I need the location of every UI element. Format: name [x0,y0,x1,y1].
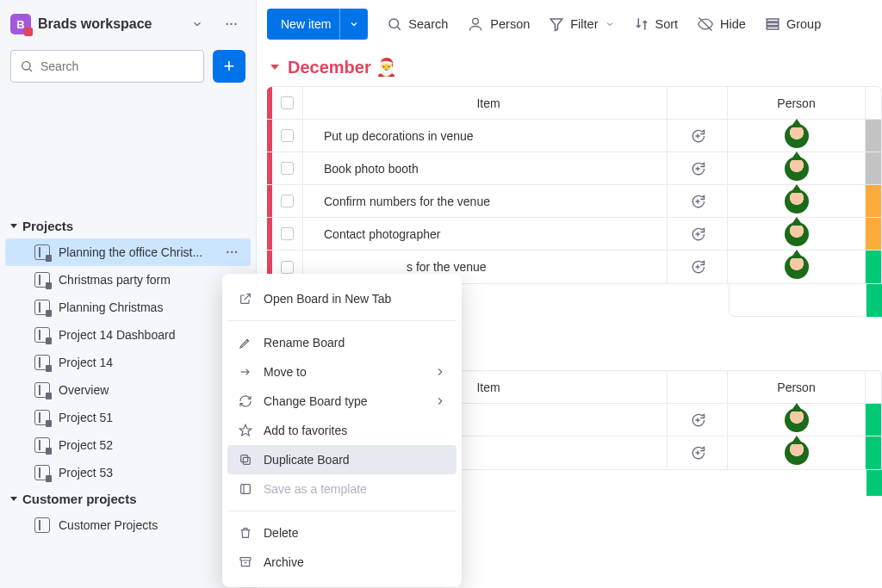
ctx-label: Open Board in New Tab [264,292,391,306]
section-projects[interactable]: Projects [0,214,256,238]
svg-rect-27 [241,455,248,462]
person-cell[interactable] [728,404,866,436]
person-cell[interactable] [728,120,866,152]
ctx-archive[interactable]: Archive [227,548,457,577]
sidebar-item[interactable]: Overview··· [5,376,251,404]
chevron-down-icon[interactable] [339,9,359,40]
person-cell[interactable] [728,436,866,469]
add-chat-icon[interactable] [668,404,728,436]
sidebar-item[interactable]: Project 52··· [5,431,251,459]
add-chat-icon[interactable] [668,251,728,283]
tb-sort[interactable]: Sort [634,16,679,32]
tb-label: Sort [655,17,679,31]
add-board-button[interactable]: + [213,50,245,83]
add-chat-icon[interactable] [668,120,728,152]
sidebar-item-label: Project 14 [59,356,217,369]
select-all[interactable] [272,87,303,119]
ctx-open-new-tab[interactable]: Open Board in New Tab [227,284,457,313]
status-cell[interactable] [866,218,881,250]
caret-down-icon [10,497,17,501]
star-icon [238,424,253,437]
ctx-label: Change Board type [264,394,368,408]
workspace-switch-icon[interactable] [183,10,211,38]
refresh-icon [238,394,253,408]
sidebar-item[interactable]: Project 14 Dashboard··· [5,321,251,349]
sidebar-item[interactable]: Christmas party form··· [5,266,251,294]
checkbox[interactable] [281,227,294,240]
tb-search[interactable]: Search [387,16,448,32]
ctx-change-type[interactable]: Change Board type [227,387,457,416]
group-title-text: December 🎅 [288,57,397,77]
ctx-label: Add to favorites [264,424,347,437]
person-cell[interactable] [728,185,866,217]
status-cell[interactable] [866,120,881,152]
table-row[interactable]: Confirm numbers for the venue [267,185,881,218]
pencil-icon [238,336,253,350]
sidebar: B Brads workspace ··· + Projects Plannin… [0,0,257,588]
person-cell[interactable] [728,251,866,283]
board-icon [34,272,50,288]
sidebar-item[interactable]: Customer Projects··· [5,511,251,539]
status-cell[interactable] [866,404,881,436]
workspace-more-icon[interactable]: ··· [218,10,245,38]
add-chat-icon[interactable] [668,185,728,217]
table-row[interactable]: Contact photographer [267,218,881,251]
new-item-button[interactable]: New item [267,9,368,40]
column-header-item[interactable]: Item [303,87,668,119]
sidebar-item[interactable]: Project 51··· [5,404,251,431]
sidebar-item[interactable]: Planning the office Christ... ··· [5,238,251,266]
tb-label: Group [786,17,821,31]
checkbox[interactable] [281,162,294,175]
sidebar-nav: Projects Planning the office Christ... ·… [0,93,256,588]
item-name[interactable]: Put up decorations in venue [303,120,668,152]
sidebar-item-label: Project 52 [59,438,217,452]
column-header-person[interactable]: Person [728,87,866,119]
add-chat-icon[interactable] [668,436,728,469]
section-label: Projects [22,219,73,233]
item-name[interactable]: Confirm numbers for the venue [303,185,668,217]
person-cell[interactable] [728,218,866,250]
item-name[interactable]: Contact photographer [303,218,668,250]
status-cell[interactable] [866,251,881,283]
ctx-favorite[interactable]: Add to favorites [227,416,457,445]
tb-person[interactable]: Person [467,15,530,33]
toolbar: New item Search Person Filter Sort [257,0,882,48]
ctx-label: Rename Board [264,336,345,350]
person-cell[interactable] [728,152,866,184]
tb-filter[interactable]: Filter [549,16,614,32]
filter-icon [549,16,564,32]
ctx-move[interactable]: Move to [227,357,457,387]
item-more-icon[interactable]: ··· [226,245,239,259]
board-context-menu: Open Board in New Tab Rename Board Move … [222,274,462,587]
sidebar-item[interactable]: Project 14··· [5,349,251,376]
sidebar-item[interactable]: Project 53··· [5,459,251,486]
svg-rect-26 [243,457,250,464]
tb-group[interactable]: Group [765,16,821,32]
add-chat-icon[interactable] [668,218,728,250]
group-title[interactable]: December 🎅 [267,53,882,86]
open-external-icon [238,292,253,306]
tb-hide[interactable]: Hide [697,15,746,33]
workspace-header: B Brads workspace ··· [0,0,256,43]
status-cell[interactable] [866,152,881,184]
sidebar-item-label: Planning Christmas [59,300,217,314]
ctx-duplicate[interactable]: Duplicate Board [227,445,457,474]
table-row[interactable]: Put up decorations in venue [267,120,881,152]
search-input[interactable] [40,59,195,73]
search-icon [20,59,34,73]
column-header-person[interactable]: Person [728,371,866,403]
svg-point-2 [389,19,399,28]
ctx-delete[interactable]: Delete [227,518,457,548]
table-row[interactable]: Book photo booth [267,152,881,185]
status-cell[interactable] [866,185,881,217]
status-cell[interactable] [866,436,881,469]
sidebar-search[interactable] [10,50,204,83]
checkbox[interactable] [281,129,294,142]
sidebar-item[interactable]: Planning Christmas··· [5,294,251,321]
ctx-rename[interactable]: Rename Board [227,328,457,357]
section-customer-projects[interactable]: Customer projects [0,486,256,511]
checkbox[interactable] [281,195,294,207]
item-name[interactable]: Book photo booth [303,152,668,184]
checkbox[interactable] [281,261,294,274]
add-chat-icon[interactable] [668,152,728,184]
